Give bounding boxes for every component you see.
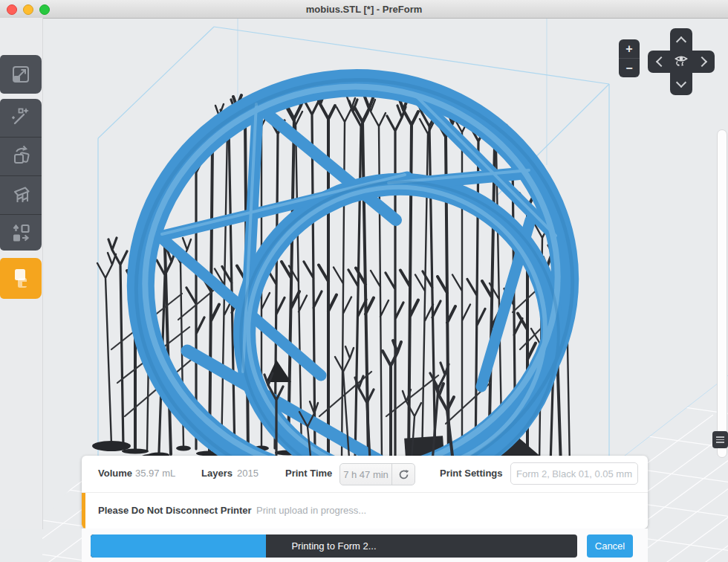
view-dpad <box>648 28 715 95</box>
rotate-up-button[interactable] <box>670 28 692 51</box>
rotate-left-button[interactable] <box>648 51 671 73</box>
progress-label: Printing to Form 2... <box>91 534 577 558</box>
progress-row: Printing to Form 2... Cancel <box>82 529 648 562</box>
print-settings-label: Print Settings <box>440 468 503 479</box>
magic-wand-tool-button[interactable] <box>0 99 42 138</box>
orbit-eye-icon <box>672 51 690 72</box>
volume-value: 35.97 mL <box>135 468 175 479</box>
warning-message: Print upload in progress... <box>256 505 366 516</box>
print-panel: Volume 35.97 mL Layers 2015 Print Time 7… <box>82 456 648 562</box>
layout-tool-button[interactable] <box>0 215 42 251</box>
resize-tool-button[interactable] <box>0 55 42 94</box>
print-time-label: Print Time <box>285 468 332 479</box>
supports-tool-button[interactable] <box>0 176 42 215</box>
rotate-down-button[interactable] <box>670 72 692 95</box>
layers-value: 2015 <box>237 468 259 479</box>
window-title: mobius.STL [*] - PreForm <box>306 4 423 15</box>
warning-accent-bar <box>82 493 85 529</box>
zoom-window-button[interactable] <box>39 4 50 15</box>
print-settings-value[interactable]: Form 2, Black 01, 0.05 mm <box>510 462 638 485</box>
chevron-left-icon <box>655 56 666 67</box>
rotate-right-button[interactable] <box>692 51 715 73</box>
volume-label: Volume <box>98 468 132 479</box>
warning-row: Please Do Not Disconnect Printer Print u… <box>82 493 648 529</box>
refresh-icon <box>397 468 410 481</box>
magic-wand-icon <box>10 106 32 131</box>
layers-label: Layers <box>201 468 233 479</box>
tool-group <box>0 99 42 251</box>
cancel-button[interactable]: Cancel <box>587 534 633 558</box>
orient-tool-button[interactable] <box>0 138 42 176</box>
print-info-card: Volume 35.97 mL Layers 2015 Print Time 7… <box>82 456 648 529</box>
zoom-in-button[interactable]: + <box>619 39 640 59</box>
window-controls <box>7 4 50 15</box>
upload-progress-bar: Printing to Form 2... <box>91 534 577 558</box>
preform-window: mobius.STL [*] - PreForm <box>0 0 728 562</box>
orbit-view-button[interactable] <box>670 51 692 73</box>
rotate-icon <box>10 144 32 169</box>
zoom-control: + − <box>619 39 640 77</box>
warning-title: Please Do Not Disconnect Printer <box>98 505 252 516</box>
chevron-right-icon <box>696 56 706 67</box>
print-info-row: Volume 35.97 mL Layers 2015 Print Time 7… <box>82 456 648 493</box>
zoom-out-button[interactable]: − <box>619 59 640 77</box>
chevron-down-icon <box>676 77 686 87</box>
layer-slider-track[interactable] <box>717 129 727 458</box>
resize-icon <box>10 63 32 85</box>
supports-icon <box>10 183 32 208</box>
layout-icon <box>10 222 32 247</box>
refresh-button[interactable] <box>392 468 415 481</box>
print-time-value: 7 h 47 min <box>340 469 391 480</box>
layer-slider-handle[interactable] <box>712 431 728 448</box>
title-bar: mobius.STL [*] - PreForm <box>0 0 728 19</box>
print-time-control[interactable]: 7 h 47 min <box>339 463 415 485</box>
close-window-button[interactable] <box>7 4 17 15</box>
minimize-window-button[interactable] <box>23 4 33 15</box>
tool-sidebar <box>0 18 43 529</box>
cartridge-tool-button[interactable] <box>0 258 42 299</box>
cartridge-icon <box>9 265 33 292</box>
chevron-up-icon <box>676 36 686 46</box>
